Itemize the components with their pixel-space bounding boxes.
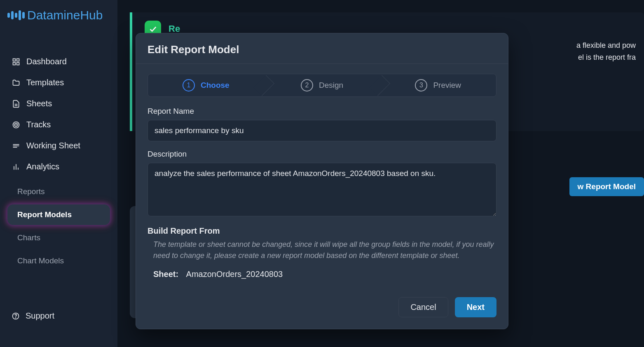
subnav-report-models[interactable]: Report Models: [7, 204, 110, 225]
step-number: 3: [415, 79, 427, 91]
nav-label: Templates: [26, 78, 64, 87]
svg-rect-2: [13, 62, 16, 65]
help-icon: [12, 312, 20, 320]
modal-footer: Cancel Next: [136, 289, 508, 329]
step-label: Design: [319, 81, 343, 90]
modal-title: Edit Report Model: [148, 43, 496, 56]
new-button-label: w Report Model: [578, 182, 636, 191]
nav-label: Sheets: [26, 99, 52, 108]
nav-tracks[interactable]: Tracks: [7, 114, 110, 135]
step-number: 1: [183, 79, 195, 91]
subnav-charts[interactable]: Charts: [7, 227, 110, 248]
sheet-source: Sheet: AmazonOrders_20240803: [148, 270, 496, 279]
step-label: Choose: [201, 81, 229, 90]
report-name-input[interactable]: [148, 120, 496, 141]
primary-nav: Dashboard Templates Sheets Tracks Workin…: [0, 35, 117, 177]
description-label: Description: [148, 150, 496, 159]
subnav-chart-models[interactable]: Chart Models: [7, 251, 110, 271]
layers-icon: [12, 141, 21, 150]
nav-label: Dashboard: [26, 57, 67, 66]
secondary-nav: Reports Report Models Charts Chart Model…: [0, 177, 117, 271]
next-button[interactable]: Next: [455, 297, 496, 317]
svg-rect-1: [17, 59, 19, 61]
sheet-value: AmazonOrders_20240803: [186, 270, 283, 279]
file-icon: [12, 99, 21, 108]
dashboard-icon: [12, 57, 21, 66]
step-design[interactable]: 2 Design: [264, 74, 380, 96]
nav-support[interactable]: Support: [7, 305, 110, 326]
step-preview[interactable]: 3 Preview: [380, 74, 496, 96]
nav-working-sheet[interactable]: Working Sheet: [7, 135, 110, 156]
subnav-label: Report Models: [17, 210, 72, 219]
logo-bars-icon: [7, 10, 25, 20]
sheet-label: Sheet:: [153, 270, 178, 279]
subnav-reports[interactable]: Reports: [7, 181, 110, 202]
svg-rect-0: [13, 59, 16, 61]
modal-form: Report Name Description Build Report Fro…: [136, 97, 508, 289]
nav-sheets[interactable]: Sheets: [7, 93, 110, 114]
subnav-label: Charts: [17, 233, 40, 242]
nav-templates[interactable]: Templates: [7, 72, 110, 93]
sidebar: DatamineHub Dashboard Templates Sheets T…: [0, 0, 117, 347]
brand-logo[interactable]: DatamineHub: [0, 8, 117, 35]
nav-label: Analytics: [26, 162, 59, 171]
report-name-label: Report Name: [148, 107, 496, 116]
next-label: Next: [467, 302, 485, 312]
step-choose[interactable]: 1 Choose: [148, 74, 264, 96]
new-report-model-button[interactable]: w Report Model: [569, 177, 644, 196]
folder-icon: [12, 78, 21, 87]
nav-label: Working Sheet: [26, 141, 80, 150]
cancel-label: Cancel: [410, 302, 436, 312]
target-icon: [12, 120, 21, 129]
step-number: 2: [301, 79, 313, 91]
build-from-label: Build Report From: [148, 226, 496, 236]
nav-label: Tracks: [26, 120, 51, 129]
wizard-stepper: 1 Choose 2 Design 3 Preview: [148, 74, 496, 97]
nav-dashboard[interactable]: Dashboard: [7, 51, 110, 72]
nav-analytics[interactable]: Analytics: [7, 156, 110, 177]
description-textarea[interactable]: [148, 163, 496, 216]
subnav-label: Chart Models: [17, 256, 64, 265]
svg-point-13: [16, 317, 16, 318]
step-label: Preview: [433, 81, 461, 90]
brand-name: DatamineHub: [27, 8, 103, 22]
edit-report-model-modal: Edit Report Model 1 Choose 2 Design 3 Pr…: [136, 33, 508, 329]
cancel-button[interactable]: Cancel: [398, 297, 448, 317]
build-from-note: The template or sheet cannot be changed,…: [148, 239, 496, 261]
svg-rect-3: [17, 62, 19, 65]
bar-chart-icon: [12, 162, 21, 171]
svg-point-8: [16, 124, 16, 125]
subnav-label: Reports: [17, 187, 45, 196]
support-label: Support: [26, 311, 54, 321]
